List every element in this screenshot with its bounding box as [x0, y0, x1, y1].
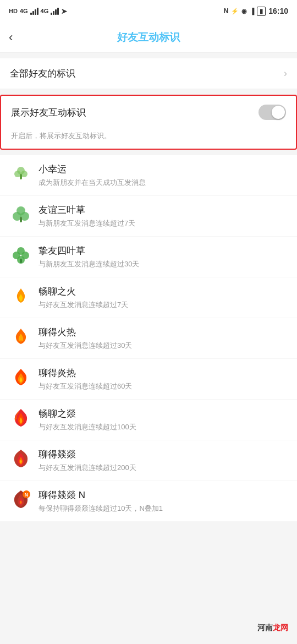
all-friends-section: 全部好友的标识 ›: [0, 58, 297, 89]
all-friends-item[interactable]: 全部好友的标识 ›: [0, 58, 297, 89]
signal-bar: [57, 8, 59, 15]
watermark-part2: 龙网: [273, 623, 288, 632]
location-icon: ◉: [241, 8, 247, 15]
badge-icon-5: [10, 367, 32, 389]
toggle-row: 展示好友互动标识: [1, 96, 296, 129]
toggle-section: 展示好友互动标识 开启后，将展示好友互动标识。: [0, 95, 297, 150]
badge-name-7: 聊得燚燚: [38, 448, 287, 461]
badge-item: 友谊三叶草 与新朋友互发消息连续超过7天: [0, 196, 297, 237]
signal-bars-2: [51, 7, 59, 15]
badge-name-8: 聊得燚燚 N: [38, 489, 287, 501]
badge-item: N 聊得燚燚 N 每保持聊得燚燚连续超过10天，N叠加1: [0, 481, 297, 522]
badge-icon-6: [10, 407, 32, 429]
toggle-hint: 开启后，将展示好友互动标识。: [1, 129, 296, 149]
badge-info-4: 聊得火热 与好友互发消息连续超过30天: [38, 326, 287, 351]
badge-desc-0: 成为新朋友并在当天成功互发消息: [38, 178, 287, 188]
bluetooth-icon: ⚡: [231, 8, 239, 15]
badge-item: 畅聊之火 与好友互发消息连续超过7天: [0, 277, 297, 318]
signal-bar: [30, 13, 32, 15]
title-bar: ‹ 好友互动标识: [0, 22, 297, 53]
svg-text:N: N: [25, 492, 29, 498]
badge-desc-6: 与好友互发消息连续超过100天: [38, 422, 287, 432]
badge-desc-8: 每保持聊得燚燚连续超过10天，N叠加1: [38, 504, 287, 514]
watermark-part1: 河南: [257, 623, 273, 632]
badge-item: 挚友四叶草 与新朋友互发消息连续超过30天: [0, 237, 297, 277]
badge-icon-8: N: [10, 489, 32, 511]
back-button[interactable]: ‹: [9, 31, 13, 43]
badge-info-7: 聊得燚燚 与好友互发消息连续超过200天: [38, 448, 287, 473]
signal-4g-2: 4G: [41, 8, 49, 14]
badge-desc-5: 与好友互发消息连续超过60天: [38, 381, 287, 391]
badge-item: 聊得燚燚 与好友互发消息连续超过200天: [0, 440, 297, 481]
badge-icon-4: [10, 326, 32, 348]
badge-desc-4: 与好友互发消息连续超过30天: [38, 341, 287, 351]
signal-bar: [53, 11, 54, 15]
badge-icon-2: [10, 244, 32, 266]
signal-bars-1: [30, 7, 38, 15]
badge-name-0: 小幸运: [38, 163, 287, 176]
badge-icon-3: [10, 285, 32, 307]
signal-full-icon: ▐: [250, 8, 254, 14]
hd-label: HD: [9, 8, 18, 14]
badge-icon-1: [10, 204, 32, 226]
arrow-icon: ›: [284, 68, 287, 79]
svg-rect-3: [20, 174, 22, 179]
badge-info-1: 友谊三叶草 与新朋友互发消息连续超过7天: [38, 204, 287, 228]
watermark: 河南龙网: [257, 623, 288, 633]
badge-item: 聊得火热 与好友互发消息连续超过30天: [0, 318, 297, 359]
badge-info-5: 聊得炎热 与好友互发消息连续超过60天: [38, 367, 287, 391]
badge-icon-7: [10, 448, 32, 470]
badge-item: 畅聊之燚 与好友互发消息连续超过100天: [0, 400, 297, 440]
time-display: 16:10: [268, 7, 288, 15]
status-right: N ⚡ ◉ ▐ ▮ 16:10: [224, 7, 288, 16]
signal-bar: [51, 13, 52, 15]
page-title: 好友互动标识: [117, 30, 180, 45]
signal-bar: [55, 9, 57, 15]
svg-point-13: [19, 341, 23, 343]
badge-info-3: 畅聊之火 与好友互发消息连续超过7天: [38, 285, 287, 310]
nfc-icon: N: [224, 7, 229, 15]
badge-name-2: 挚友四叶草: [38, 244, 287, 257]
all-friends-label: 全部好友的标识: [10, 67, 279, 80]
badge-desc-3: 与好友互发消息连续超过7天: [38, 300, 287, 310]
battery-icon: ▮: [257, 7, 266, 16]
direction-icon: ➤: [61, 7, 67, 15]
badge-item: 小幸运 成为新朋友并在当天成功互发消息: [0, 155, 297, 196]
signal-bar: [32, 11, 34, 15]
svg-rect-7: [20, 217, 22, 222]
badge-icon-0: [10, 163, 32, 185]
badge-name-1: 友谊三叶草: [38, 204, 287, 216]
badge-item: 聊得炎热 与好友互发消息连续超过60天: [0, 359, 297, 400]
toggle-wrapper: 展示好友互动标识 开启后，将展示好友互动标识。: [0, 95, 297, 150]
badge-info-8: 聊得燚燚 N 每保持聊得燚燚连续超过10天，N叠加1: [38, 489, 287, 514]
badge-info-0: 小幸运 成为新朋友并在当天成功互发消息: [38, 163, 287, 188]
badge-name-3: 畅聊之火: [38, 285, 287, 298]
badge-info-6: 畅聊之燚 与好友互发消息连续超过100天: [38, 407, 287, 432]
status-left: HD 4G 4G ➤: [9, 7, 67, 15]
toggle-label: 展示好友互动标识: [11, 106, 258, 119]
badge-desc-7: 与好友互发消息连续超过200天: [38, 463, 287, 473]
status-bar: HD 4G 4G ➤ N ⚡ ◉ ▐ ▮ 16:10: [0, 0, 297, 22]
badge-name-6: 畅聊之燚: [38, 407, 287, 420]
signal-bar: [37, 8, 38, 15]
badge-desc-1: 与新朋友互发消息连续超过7天: [38, 219, 287, 228]
badge-name-5: 聊得炎热: [38, 367, 287, 379]
badge-name-4: 聊得火热: [38, 326, 287, 339]
signal-4g-1: 4G: [20, 8, 28, 14]
signal-bar: [35, 9, 36, 15]
svg-rect-12: [20, 259, 22, 263]
badge-list: 小幸运 成为新朋友并在当天成功互发消息 友谊三叶草 与新朋友互发消息连续超过7天: [0, 155, 297, 522]
toggle-switch[interactable]: [258, 105, 286, 120]
badge-info-2: 挚友四叶草 与新朋友互发消息连续超过30天: [38, 244, 287, 269]
badge-desc-2: 与新朋友互发消息连续超过30天: [38, 259, 287, 269]
